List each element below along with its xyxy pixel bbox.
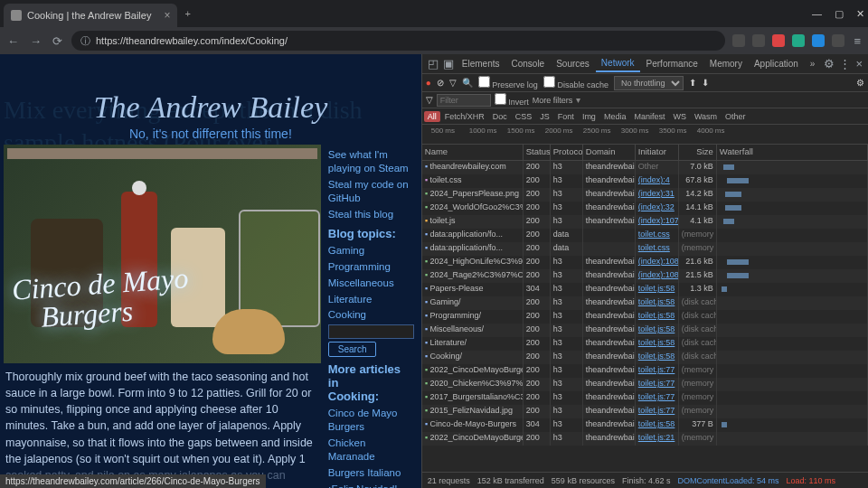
devtools-settings-icon[interactable]: ⚙: [822, 55, 836, 72]
column-header-size[interactable]: Size: [679, 145, 717, 160]
devtools-tab-memory[interactable]: Memory: [704, 56, 748, 71]
filter-icon[interactable]: ▽: [449, 78, 457, 88]
window-minimize[interactable]: —: [812, 8, 822, 20]
network-request-row[interactable]: ▪ 2020_Chicken%C3%97%C2%B0...200h3theand…: [422, 378, 868, 391]
sidebar-topic-link[interactable]: Miscellaneous: [328, 277, 414, 290]
devtools-tab-elements[interactable]: Elements: [457, 56, 505, 71]
request-initiator[interactable]: toilet.js:58: [636, 283, 679, 296]
filter-type-css[interactable]: CSS: [512, 111, 536, 122]
sidebar-article-link[interactable]: Cinco de Mayo Burgers: [328, 407, 414, 434]
request-initiator[interactable]: toilet.js:77: [636, 364, 679, 378]
request-initiator[interactable]: toilet.js:58: [636, 296, 679, 310]
filter-type-img[interactable]: Img: [579, 111, 599, 122]
filter-type-media[interactable]: Media: [600, 111, 630, 122]
more-filters[interactable]: More filters: [533, 96, 573, 105]
request-initiator[interactable]: (index):31: [636, 188, 679, 202]
settings-icon[interactable]: ⚙: [856, 78, 864, 88]
devtools-tab-console[interactable]: Console: [505, 56, 550, 71]
network-request-row[interactable]: ▪ Cooking/200h3theandrewbail...toilet.js…: [422, 351, 868, 364]
request-initiator[interactable]: (index):107: [636, 215, 679, 229]
request-initiator[interactable]: toilet.js:58: [636, 324, 679, 337]
filter-type-js[interactable]: JS: [536, 111, 553, 122]
filter-input[interactable]: [437, 94, 491, 107]
forward-button[interactable]: →: [28, 33, 43, 50]
window-maximize[interactable]: ▢: [835, 8, 844, 20]
extension-icon[interactable]: [812, 34, 825, 47]
more-tabs-icon[interactable]: »: [805, 56, 821, 71]
filter-type-doc[interactable]: Doc: [489, 111, 511, 122]
tab-close-icon[interactable]: ×: [164, 9, 170, 22]
sidebar-article-link[interactable]: Burgers Italiano: [328, 466, 414, 480]
devtools-tab-network[interactable]: Network: [596, 55, 640, 72]
window-close[interactable]: ✕: [856, 8, 864, 20]
back-button[interactable]: ←: [5, 33, 21, 50]
record-icon[interactable]: ●: [426, 78, 431, 88]
network-request-row[interactable]: ▪ theandrewbailey.com200h3theandrewbail.…: [422, 161, 868, 174]
filter-type-ws[interactable]: WS: [669, 111, 690, 122]
column-header-protocol[interactable]: Protocol: [551, 145, 583, 160]
network-request-row[interactable]: ▪ toilet.css200h3theandrewbail...(index)…: [422, 174, 868, 188]
request-initiator[interactable]: (index):4: [636, 174, 679, 188]
network-request-row[interactable]: ▪ Gaming/200h3theandrewbail...toilet.js:…: [422, 296, 868, 310]
request-initiator[interactable]: toilet.js:58: [636, 310, 679, 324]
column-header-domain[interactable]: Domain: [583, 145, 636, 160]
request-initiator[interactable]: toilet.js:77: [636, 405, 679, 418]
browser-tab[interactable]: Cooking | the Andrew Bailey ×: [4, 4, 177, 27]
clear-icon[interactable]: ⊘: [437, 78, 444, 88]
download-icon[interactable]: ⬇: [702, 78, 709, 88]
network-request-row[interactable]: ▪ Papers-Please304h3theandrewbail...toil…: [422, 283, 868, 296]
network-request-row[interactable]: ▪ Cinco-de-Mayo-Burgers304h3theandrewbai…: [422, 418, 868, 432]
request-initiator[interactable]: toilet.js:58: [636, 418, 679, 432]
search-button[interactable]: Search: [328, 342, 377, 357]
sidebar-topic-link[interactable]: Literature: [328, 293, 414, 306]
filter-type-manifest[interactable]: Manifest: [630, 111, 668, 122]
network-request-row[interactable]: ▪ data:application/fo...200datatoilet.cs…: [422, 242, 868, 256]
sidebar-article-link[interactable]: ¡Feliz Navidad!: [328, 483, 414, 488]
request-initiator[interactable]: toilet.css: [636, 242, 679, 256]
network-request-row[interactable]: ▪ Literature/200h3theandrewbail...toilet…: [422, 337, 868, 351]
network-request-row[interactable]: ▪ 2015_FelizNavidad.jpg200h3theandrewbai…: [422, 405, 868, 418]
filter-type-font[interactable]: Font: [554, 111, 578, 122]
extension-icon[interactable]: [752, 34, 765, 47]
network-request-row[interactable]: ▪ Programming/200h3theandrewbail...toile…: [422, 310, 868, 324]
column-header-status[interactable]: Status: [524, 145, 551, 160]
request-initiator[interactable]: toilet.js:21: [636, 432, 679, 446]
extension-icon[interactable]: [792, 34, 805, 47]
reload-button[interactable]: ⟳: [51, 33, 64, 50]
preserve-log-checkbox[interactable]: Preserve log: [478, 76, 538, 89]
sidebar-link[interactable]: See what I'm playing on Steam: [328, 148, 414, 175]
sidebar-topic-link[interactable]: Gaming: [328, 244, 414, 258]
invert-checkbox[interactable]: Invert: [495, 93, 529, 107]
inspect-icon[interactable]: ◰: [426, 55, 440, 72]
disable-cache-checkbox[interactable]: Disable cache: [543, 76, 609, 89]
devtools-menu-icon[interactable]: ⋮: [837, 55, 853, 72]
request-initiator[interactable]: toilet.js:58: [636, 351, 679, 364]
network-request-row[interactable]: ▪ 2024_WorldOfGoo2%C3%97%C...200h3theand…: [422, 202, 868, 215]
menu-icon[interactable]: ≡: [852, 33, 863, 50]
request-initiator[interactable]: toilet.css: [636, 229, 679, 242]
sidebar-link[interactable]: Steal this blog: [328, 208, 414, 221]
filter-type-wasm[interactable]: Wasm: [691, 111, 721, 122]
sidebar-topic-link[interactable]: Cooking: [328, 308, 414, 322]
extension-icon[interactable]: [832, 34, 844, 47]
network-request-row[interactable]: ▪ 2024_Rage2%C3%97%C2%B0...200h3theandre…: [422, 269, 868, 283]
extension-icon[interactable]: [732, 34, 745, 47]
upload-icon[interactable]: ⬆: [689, 78, 696, 88]
network-request-row[interactable]: ▪ Miscellaneous/200h3theandrewbail...toi…: [422, 324, 868, 337]
search-input[interactable]: [328, 324, 414, 339]
filter-icon[interactable]: ▽: [426, 95, 433, 105]
sidebar-topic-link[interactable]: Programming: [328, 260, 414, 274]
request-initiator[interactable]: toilet.js:77: [636, 378, 679, 391]
network-timeline[interactable]: 500 ms1000 ms1500 ms2000 ms2500 ms3000 m…: [422, 125, 868, 145]
devtools-tab-performance[interactable]: Performance: [641, 56, 703, 71]
request-initiator[interactable]: toilet.js:58: [636, 337, 679, 351]
filter-type-fetch-xhr[interactable]: Fetch/XHR: [441, 111, 488, 122]
site-title[interactable]: The Andrew Bailey: [0, 90, 421, 125]
devtools-close-icon[interactable]: ×: [854, 55, 864, 72]
network-request-row[interactable]: ▪ 2022_CincoDeMayoBurgers%C3...200h3thea…: [422, 364, 868, 378]
device-icon[interactable]: ▣: [441, 55, 456, 72]
ublock-icon[interactable]: [772, 34, 785, 47]
sidebar-link[interactable]: Steal my code on GitHub: [328, 178, 414, 205]
request-initiator[interactable]: (index):32: [636, 202, 679, 215]
request-initiator[interactable]: (index):108: [636, 256, 679, 269]
